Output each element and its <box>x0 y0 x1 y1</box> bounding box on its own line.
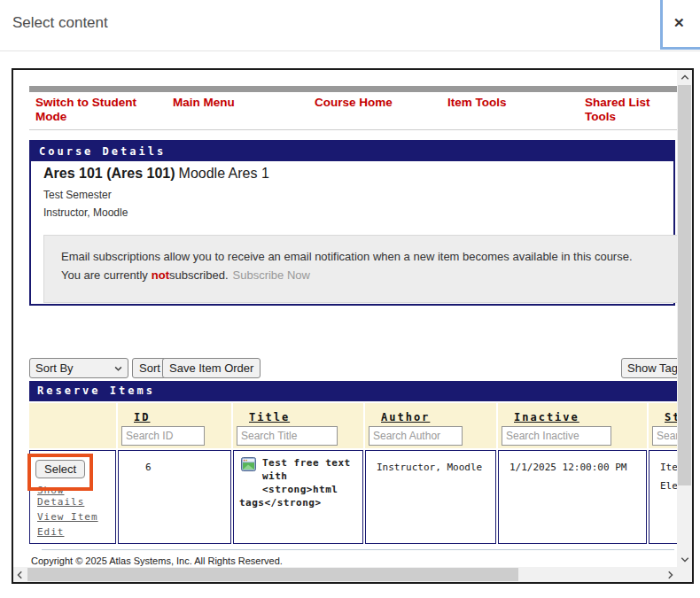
author-column-label[interactable]: Author <box>381 411 496 423</box>
course-details-section: Course Details Ares 101 (Ares 101)Moodle… <box>29 140 675 306</box>
reserve-items-table: ID Title Author Inactive <box>27 401 677 546</box>
course-title: Ares 101 (Ares 101)Moodle Ares 1 <box>43 166 269 182</box>
chevron-down-icon <box>114 364 122 372</box>
web-document-icon <box>241 457 256 471</box>
frame-viewport: Switch to Student Mode Main Menu Course … <box>13 70 677 567</box>
sort-by-select[interactable]: Sort By <box>29 358 128 378</box>
id-column-label[interactable]: ID <box>134 411 231 423</box>
nav-divider <box>29 129 677 130</box>
row-status-line2: Elec <box>660 478 677 493</box>
top-partial-bar <box>29 86 677 92</box>
inactive-column-header: Inactive <box>498 403 647 448</box>
nav-main-menu[interactable]: Main Menu <box>173 96 297 110</box>
email-note-line: Email subscriptions allow you to receive… <box>61 247 677 266</box>
subscribe-now-link[interactable]: Subscribe Now <box>233 268 310 282</box>
vertical-scrollbar-thumb[interactable] <box>678 85 691 485</box>
nav-switch-to-student-mode[interactable]: Switch to Student Mode <box>35 96 168 124</box>
show-details-link[interactable]: Show Details <box>37 485 112 508</box>
status-column-header: Status <box>649 403 677 448</box>
horizontal-scrollbar-thumb[interactable] <box>27 568 518 581</box>
search-author-input[interactable] <box>369 426 463 446</box>
view-item-link[interactable]: View Item <box>37 511 112 523</box>
horizontal-scrollbar[interactable] <box>13 567 677 582</box>
email-status-line: You are currentlynotsubscribed.Subscribe… <box>61 266 677 284</box>
row-status-cell: Item Elec <box>649 450 677 544</box>
search-title-input[interactable] <box>237 426 338 446</box>
scroll-left-button[interactable] <box>13 567 27 582</box>
scroll-up-icon <box>681 74 689 82</box>
row-title-cell: Test free text with <strong>html tags</s… <box>233 450 363 544</box>
course-details-header: Course Details <box>31 142 673 161</box>
vertical-scrollbar[interactable] <box>677 70 692 567</box>
select-button[interactable]: Select <box>35 460 85 478</box>
scrollbar-corner <box>677 567 692 582</box>
scroll-down-icon <box>681 555 689 563</box>
reserve-items-header: Reserve Items <box>29 381 677 401</box>
header-divider <box>0 50 700 51</box>
save-item-order-button[interactable]: Save Item Order <box>162 358 261 378</box>
nav-item-tools[interactable]: Item Tools <box>447 96 572 110</box>
close-icon[interactable]: ✕ <box>673 15 685 31</box>
email-status-prefix: You are currently <box>61 268 148 282</box>
course-instructor: Instructor, Moodle <box>43 206 128 219</box>
inactive-column-label[interactable]: Inactive <box>514 411 647 423</box>
course-code: Ares 101 (Ares 101) <box>43 166 175 181</box>
title-column-header: Title <box>233 403 363 448</box>
row-status-line1: Item <box>660 460 677 475</box>
scroll-right-icon <box>665 571 674 579</box>
copyright-text: Copyright © 2025 Atlas Systems, Inc. All… <box>31 555 283 566</box>
scroll-down-button[interactable] <box>677 551 692 567</box>
row-inactive-cell: 1/1/2025 12:00:00 PM <box>498 450 647 544</box>
title-column-label[interactable]: Title <box>249 411 363 423</box>
table-row: Select Show Details View Item Edit 6 <box>29 450 677 544</box>
scroll-right-button[interactable] <box>662 567 677 582</box>
scroll-up-button[interactable] <box>677 70 692 85</box>
author-column-header: Author <box>365 403 496 448</box>
content-frame: Switch to Student Mode Main Menu Course … <box>12 68 694 584</box>
dialog-title: Select content <box>12 14 108 32</box>
table-header-row: ID Title Author Inactive <box>29 403 677 448</box>
email-status-not: not <box>152 268 169 282</box>
email-subscription-notice: Email subscriptions allow you to receive… <box>43 235 677 303</box>
sort-by-selected-value: Sort By <box>35 361 74 375</box>
course-semester: Test Semester <box>43 189 112 201</box>
search-id-input[interactable] <box>121 426 205 446</box>
select-content-dialog: Select content ✕ Switch to Student Mode … <box>0 0 700 598</box>
search-inactive-input[interactable] <box>502 426 611 446</box>
footer-divider <box>42 549 674 550</box>
id-column-header: ID <box>118 403 231 448</box>
edit-link[interactable]: Edit <box>37 526 112 538</box>
email-status-suffix: subscribed. <box>169 268 228 282</box>
row-author-cell: Instructor, Moodle <box>365 450 496 544</box>
row-id-cell: 6 <box>118 450 231 544</box>
actions-column-header <box>29 403 116 448</box>
search-status-input[interactable] <box>652 426 677 446</box>
nav-shared-list-tools[interactable]: Shared List Tools <box>585 96 677 124</box>
row-actions-cell: Select Show Details View Item Edit <box>29 450 116 544</box>
show-tags-button[interactable]: Show Tags <box>621 358 677 378</box>
nav-course-home[interactable]: Course Home <box>315 96 439 110</box>
scroll-left-icon <box>16 571 25 579</box>
status-column-label[interactable]: Status <box>665 411 677 423</box>
course-name: Moodle Ares 1 <box>179 166 269 181</box>
